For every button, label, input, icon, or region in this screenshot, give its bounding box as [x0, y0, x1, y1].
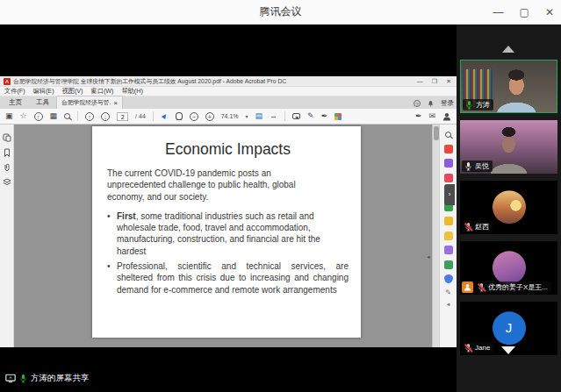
organize-pages-icon[interactable]	[444, 174, 453, 182]
edit-pdf-icon[interactable]	[444, 159, 453, 167]
select-tool-icon[interactable]: ►	[159, 110, 169, 121]
comment-icon[interactable]	[292, 113, 300, 119]
tencent-meeting-window: 腾讯会议 — ▢ ✕ A 合肥学院经济与管理学院 全球疫情下新的工作模式与员工绩…	[0, 0, 561, 392]
request-signatures-icon[interactable]	[444, 217, 453, 225]
print-icon[interactable]: ▦	[50, 112, 58, 120]
save-icon[interactable]: ▣	[5, 112, 13, 120]
stamp-tool-icon[interactable]	[444, 260, 453, 269]
more-tools-icon[interactable]	[334, 113, 342, 120]
acrobat-tabbar: 主页 工具 合肥学院经济与管... × ? 登录	[0, 96, 457, 109]
tab-home[interactable]: 主页	[2, 96, 29, 109]
share-status-label: 方涛的屏幕共享	[31, 373, 90, 384]
menu-help[interactable]: 帮助(H)	[121, 87, 142, 96]
participant-name: Jane	[475, 344, 490, 352]
zoom-caret-icon[interactable]: ▾	[246, 113, 248, 119]
acrobat-document-title: 合肥学院经济与管理学院 全球疫情下新的工作模式与员工绩效 August 2020…	[13, 77, 414, 86]
vertical-scrollbar[interactable]	[432, 125, 439, 347]
hand-tool-icon[interactable]	[176, 112, 183, 120]
scrollbar-thumb[interactable]	[434, 126, 439, 140]
acrobat-minimize-button[interactable]: —	[417, 78, 423, 85]
window-controls: — ▢ ✕	[493, 0, 554, 25]
guest-badge	[462, 282, 473, 293]
zoom-in-icon[interactable]: +	[205, 112, 214, 121]
person-icon	[464, 283, 471, 291]
toolbar-separator	[284, 111, 285, 121]
layers-icon[interactable]	[3, 178, 11, 187]
search-icon[interactable]	[64, 113, 70, 119]
meeting-titlebar: 腾讯会议 — ▢ ✕	[0, 0, 561, 25]
mic-on-icon	[465, 100, 473, 110]
tab-tools[interactable]: 工具	[29, 96, 56, 109]
page-number-input[interactable]: 2	[117, 112, 128, 121]
tools-panel: ✎ ◄	[439, 125, 457, 347]
share-status-bar: 方涛的屏幕共享	[5, 373, 90, 384]
participant-tile-fangtao[interactable]: 方涛	[460, 60, 557, 113]
mic-muted-icon	[478, 282, 485, 292]
fill-sign-icon[interactable]: ✒	[321, 112, 328, 120]
acrobat-window-controls: — ❐ ✕	[417, 78, 453, 85]
pencil-icon[interactable]: ✎	[307, 112, 314, 120]
document-area[interactable]: Economic Impacts The current COVID-19 pa…	[14, 125, 432, 347]
name-badge: Jane	[462, 342, 493, 353]
export-pdf-icon[interactable]	[444, 145, 453, 153]
bell-icon[interactable]	[426, 98, 435, 108]
acrobat-close-button[interactable]: ✕	[446, 78, 451, 85]
person-add-icon[interactable]	[442, 112, 451, 121]
star-icon[interactable]: ☆	[20, 112, 27, 120]
participant-tile-jiangzi[interactable]: 优秀的姜子X是王...	[460, 241, 557, 295]
sign-in-link[interactable]: 登录	[441, 99, 454, 108]
hide-panel-arrow-icon[interactable]: ◄	[426, 254, 431, 260]
name-badge: 吴悦	[462, 160, 493, 172]
expand-panel-tab[interactable]: ›	[444, 184, 455, 205]
fit-width-icon[interactable]: ↔	[270, 112, 277, 120]
bullet-text: Professional, scientific and technical s…	[117, 260, 349, 296]
scroll-down-icon[interactable]	[501, 346, 515, 354]
screen-share-icon	[5, 374, 16, 383]
page-view-icon[interactable]: ▤	[255, 112, 263, 120]
meeting-title: 腾讯会议	[260, 4, 302, 19]
maximize-button[interactable]: ▢	[520, 6, 529, 18]
collapse-panel-icon[interactable]: ◄	[446, 302, 451, 307]
participant-tile-zhaoxi[interactable]: 赵西	[460, 181, 557, 234]
bullet-text: First, some traditional industries such …	[117, 210, 349, 257]
minimize-button[interactable]: —	[493, 6, 504, 18]
name-badge: 优秀的姜子X是王...	[475, 282, 551, 293]
panel-search-icon[interactable]	[445, 132, 451, 138]
tab-close-icon[interactable]: ×	[114, 99, 118, 107]
avatar	[493, 190, 526, 224]
attachments-icon[interactable]	[3, 163, 11, 172]
menu-file[interactable]: 文件(F)	[4, 87, 25, 96]
menu-edit[interactable]: 编辑(E)	[33, 87, 54, 96]
bullet-dot: •	[107, 210, 117, 257]
signature-pen-icon[interactable]: ✒	[415, 112, 422, 120]
avatar	[493, 251, 526, 284]
bookmarks-icon[interactable]	[3, 148, 11, 157]
page-thumbnails-icon[interactable]	[3, 133, 11, 142]
zoom-level-value[interactable]: 74.1%	[221, 113, 239, 119]
upload-share-icon[interactable]: ↑	[34, 112, 43, 121]
menu-window[interactable]: 窗口(W)	[91, 87, 114, 96]
mic-muted-icon	[464, 343, 472, 353]
toolbar-separator	[153, 111, 154, 121]
participant-tile-wuyue[interactable]: 吴悦	[460, 120, 557, 174]
pdf-page: Economic Impacts The current COVID-19 pa…	[92, 126, 361, 338]
help-icon[interactable]: ?	[414, 100, 421, 107]
tab-document[interactable]: 合肥学院经济与管... ×	[56, 96, 123, 109]
mic-muted-icon	[464, 222, 472, 232]
name-badge: 方涛	[463, 99, 493, 110]
previous-page-icon[interactable]: ↑	[85, 112, 94, 121]
avatar-letter: J	[493, 311, 526, 345]
close-button[interactable]: ✕	[545, 6, 554, 18]
acrobat-restore-button[interactable]: ❐	[432, 78, 437, 85]
protect-icon[interactable]	[444, 274, 453, 283]
next-page-icon[interactable]: ↓	[101, 112, 110, 121]
menu-view[interactable]: 视图(V)	[62, 87, 83, 96]
acrobat-app-icon: A	[4, 78, 11, 85]
envelope-icon[interactable]: ✉	[428, 112, 435, 120]
scroll-up-icon[interactable]	[502, 46, 514, 53]
comment-tool-icon[interactable]	[444, 232, 453, 240]
fill-and-sign-icon[interactable]	[444, 246, 453, 254]
zoom-out-icon[interactable]: −	[190, 112, 198, 121]
more-tools-pencil-icon[interactable]: ✎	[445, 289, 451, 296]
mic-active-icon	[19, 374, 27, 383]
